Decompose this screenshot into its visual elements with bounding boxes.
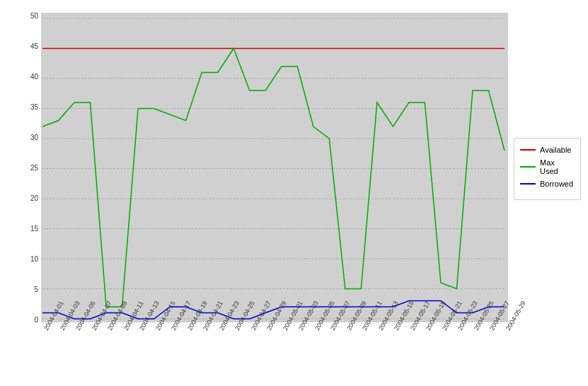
legend: AvailableMax UsedBorrowed: [514, 138, 581, 200]
y-tick: 30: [21, 134, 41, 141]
chart-bg: [41, 13, 508, 322]
y-tick: 40: [21, 74, 41, 81]
legend-item: Available: [520, 146, 575, 154]
chart-body: 05101520253035404550 AvailableMax UsedBo…: [0, 13, 588, 386]
y-tick: 45: [21, 43, 41, 50]
legend-line-icon: [520, 183, 536, 185]
y-tick: 0: [21, 317, 41, 324]
y-tick: 50: [21, 13, 41, 20]
y-axis-ticks: 05101520253035404550: [21, 13, 41, 325]
legend-line-icon: [520, 149, 536, 151]
x-axis-labels: 2004-04-012004-04-032004-04-052004-04-07…: [21, 325, 588, 382]
chart-plot-area: 05101520253035404550 AvailableMax UsedBo…: [21, 13, 588, 325]
y-tick: 20: [21, 195, 41, 202]
legend-label: Borrowed: [540, 180, 573, 188]
y-tick: 10: [21, 256, 41, 263]
y-axis-label: [3, 13, 18, 382]
plot-svg-container: [41, 13, 508, 325]
legend-item: Max Used: [520, 158, 575, 175]
legend-label: Max Used: [540, 158, 575, 175]
legend-line-icon: [520, 166, 536, 168]
chart-area-wrapper: 05101520253035404550 AvailableMax UsedBo…: [21, 13, 588, 382]
y-tick: 15: [21, 226, 41, 233]
plot-and-legend: AvailableMax UsedBorrowed: [41, 13, 588, 325]
legend-item: Borrowed: [520, 180, 575, 188]
chart-container: 05101520253035404550 AvailableMax UsedBo…: [0, 0, 588, 386]
y-tick: 5: [21, 286, 41, 293]
legend-label: Available: [540, 146, 571, 154]
y-tick: 35: [21, 104, 41, 111]
y-tick: 25: [21, 165, 41, 172]
